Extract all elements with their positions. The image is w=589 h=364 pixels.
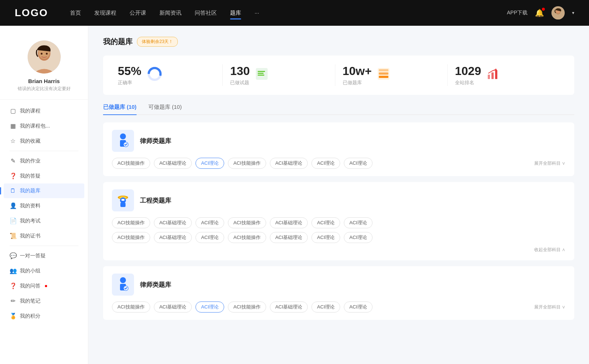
notes-icon: ✏ (10, 297, 16, 304)
sidebar-item-question[interactable]: ❓ 我的问答 (4, 278, 84, 293)
tab-done-banks[interactable]: 已做题库 (10) (103, 104, 137, 114)
tag-eng-theory-5[interactable]: ACI理论 (311, 232, 340, 243)
exam-icon: 📄 (10, 217, 16, 224)
svg-rect-20 (495, 70, 497, 79)
sidebar-item-group[interactable]: 👥 我的小组 (4, 263, 84, 278)
trial-badge: 体验剩余23天！ (137, 37, 178, 47)
notification-bell-icon[interactable]: 🔔 (535, 8, 544, 17)
svg-rect-11 (258, 71, 265, 72)
nav-link-news[interactable]: 新闻资讯 (159, 8, 181, 18)
tag-eng-skill-1[interactable]: ACI技能操作 (112, 217, 150, 228)
sidebar-item-cert[interactable]: 📜 我的证书 (4, 228, 84, 243)
expand-button-3[interactable]: 展开全部科目 ∨ (534, 304, 565, 310)
bank-card-3-tag-row: ACI技能操作 ACI基础理论 ACI理论 ACI技能操作 ACI基础理论 AC… (112, 301, 565, 313)
tag-law2-basic-2[interactable]: ACI基础理论 (270, 301, 308, 313)
nav-link-home[interactable]: 首页 (70, 8, 81, 18)
list-icon (255, 67, 268, 83)
svg-point-31 (120, 277, 126, 283)
sidebar-item-exam[interactable]: 📄 我的考试 (4, 213, 84, 228)
sidebar-item-favorites[interactable]: ☆ 我的收藏 (4, 133, 84, 149)
sidebar-divider (10, 151, 78, 151)
nav-link-opencourse[interactable]: 公开课 (130, 8, 146, 18)
expand-button-1[interactable]: 展开全部科目 ∨ (534, 160, 565, 167)
svg-rect-10 (256, 68, 268, 80)
main-content: 我的题库 体验剩余23天！ 55% 正确率 (88, 26, 589, 364)
navbar: LOGO 首页 发现课程 公开课 新闻资讯 问答社区 题库 ··· APP下载 … (0, 0, 589, 26)
sidebar-item-label: 我的课程 (20, 108, 40, 114)
stat-accuracy-left: 55% 正确率 (118, 64, 141, 86)
lawyer-icon (112, 130, 134, 152)
nav-links: 首页 发现课程 公开课 新闻资讯 问答社区 题库 ··· (70, 8, 507, 18)
collapse-button-2[interactable]: 收起全部科目 ∧ (112, 247, 565, 253)
user-avatar[interactable] (551, 6, 565, 19)
chart-icon (486, 67, 500, 83)
bank-card-3-header: 律师类题库 (112, 274, 565, 296)
sidebar-item-bank[interactable]: 🗒 我的题库 (4, 183, 84, 198)
tag-law2-theory-2[interactable]: ACI理论 (311, 301, 340, 313)
stat-done-questions-left: 130 已做试题 (230, 64, 250, 86)
sidebar-item-label: 我的笔记 (20, 298, 40, 304)
tab-bar: 已做题库 (10) 可做题库 (10) (103, 104, 574, 115)
bank-card-3: 律师类题库 ACI技能操作 ACI基础理论 ACI理论 ACI技能操作 ACI基… (103, 266, 574, 320)
page-header: 我的题库 体验剩余23天！ (103, 37, 574, 47)
tag-eng-theory-1[interactable]: ACI理论 (195, 217, 224, 228)
donut-chart-icon (147, 66, 163, 85)
tutor-icon: 💬 (10, 252, 16, 259)
tag-law2-theory-3[interactable]: ACI理论 (344, 301, 373, 313)
tag-eng-theory-6[interactable]: ACI理论 (344, 232, 373, 243)
nav-link-qa[interactable]: 问答社区 (195, 8, 217, 18)
sidebar-menu: ▢ 我的课程 ▦ 我的课程包... ☆ 我的收藏 ✎ 我的作业 ❓ 我的答疑 🗒 (0, 103, 88, 324)
bank-card-2-header: 工程类题库 (112, 189, 565, 211)
tag-aci-theory-2[interactable]: ACI理论 (311, 158, 340, 169)
tag-law2-skill-2[interactable]: ACI技能操作 (228, 301, 266, 313)
tag-eng-theory-2[interactable]: ACI理论 (311, 217, 340, 228)
app-download-button[interactable]: APP下载 (507, 10, 528, 16)
nav-logo: LOGO (15, 7, 48, 19)
tab-available-banks[interactable]: 可做题库 (10) (148, 104, 182, 114)
tag-eng-basic-3[interactable]: ACI基础理论 (154, 232, 192, 243)
sidebar-item-tutor[interactable]: 💬 一对一答疑 (4, 248, 84, 263)
bank-card-1-title: 律师类题库 (140, 137, 171, 145)
sidebar-item-coursepack[interactable]: ▦ 我的课程包... (4, 118, 84, 133)
nav-link-more[interactable]: ··· (254, 8, 259, 18)
tag-law2-basic-1[interactable]: ACI基础理论 (154, 301, 192, 313)
sidebar-item-homework[interactable]: ✎ 我的作业 (4, 153, 84, 168)
tag-eng-theory-4[interactable]: ACI理论 (195, 232, 224, 243)
tag-law2-skill-1[interactable]: ACI技能操作 (112, 301, 150, 313)
tag-eng-skill-2[interactable]: ACI技能操作 (228, 217, 266, 228)
sidebar-item-label: 我的小组 (20, 268, 40, 274)
stat-rank: 1029 全站排名 (448, 64, 560, 86)
stat-done-questions: 130 已做试题 (223, 64, 335, 86)
sidebar-item-points[interactable]: 🏅 我的积分 (4, 308, 84, 324)
tag-aci-basic-2[interactable]: ACI基础理论 (270, 158, 308, 169)
tag-eng-skill-4[interactable]: ACI技能操作 (228, 232, 266, 243)
sidebar-item-course[interactable]: ▢ 我的课程 (4, 103, 84, 118)
tag-eng-basic-2[interactable]: ACI基础理论 (270, 217, 308, 228)
tag-law2-theory-active[interactable]: ACI理论 (195, 301, 224, 313)
tag-eng-basic-4[interactable]: ACI基础理论 (270, 232, 308, 243)
sidebar-avatar (28, 40, 61, 74)
tag-aci-theory-3[interactable]: ACI理论 (344, 158, 373, 169)
svg-rect-18 (488, 75, 490, 79)
sidebar-item-profile[interactable]: 👤 我的资料 (4, 198, 84, 213)
tag-eng-basic-1[interactable]: ACI基础理论 (154, 217, 192, 228)
bank-card-2: 工程类题库 ACI技能操作 ACI基础理论 ACI理论 ACI技能操作 ACI基… (103, 182, 574, 260)
tag-aci-skill-1[interactable]: ACI技能操作 (112, 158, 150, 169)
sidebar-divider-2 (10, 246, 78, 246)
nav-chevron-icon[interactable]: ▾ (572, 10, 574, 15)
tag-aci-basic-1[interactable]: ACI基础理论 (154, 158, 192, 169)
tag-aci-theory-active[interactable]: ACI理论 (195, 158, 224, 169)
bank-card-2-tag-row-2: ACI技能操作 ACI基础理论 ACI理论 ACI技能操作 ACI基础理论 AC… (112, 232, 565, 243)
sidebar-item-notes[interactable]: ✏ 我的笔记 (4, 293, 84, 308)
nav-link-discover[interactable]: 发现课程 (94, 8, 116, 18)
nav-link-bank[interactable]: 题库 (230, 8, 241, 18)
svg-rect-30 (121, 199, 124, 201)
tag-eng-skill-3[interactable]: ACI技能操作 (112, 232, 150, 243)
svg-point-22 (120, 133, 126, 139)
sidebar-item-qa[interactable]: ❓ 我的答疑 (4, 168, 84, 183)
sidebar-item-label: 我的答疑 (20, 173, 40, 179)
sidebar-item-label: 一对一答疑 (20, 253, 46, 259)
tag-aci-skill-2[interactable]: ACI技能操作 (228, 158, 266, 169)
sidebar-item-label: 我的考试 (20, 218, 40, 224)
tag-eng-theory-3[interactable]: ACI理论 (344, 217, 373, 228)
